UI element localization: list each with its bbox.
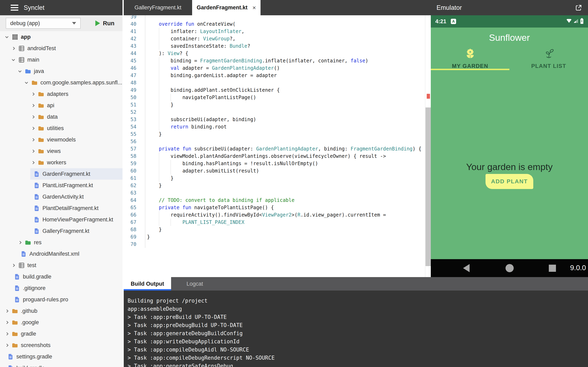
tree-item-workers[interactable]: workers <box>0 157 122 168</box>
tree-item-gradle[interactable]: gradle <box>0 328 122 340</box>
tree-item-app[interactable]: app <box>0 31 122 43</box>
source-set-icon <box>18 57 25 63</box>
run-toolbar: debug (app) Run <box>0 15 122 31</box>
tree-item-label: HomeViewPagerFragment.kt <box>43 217 113 223</box>
chevron-right-icon[interactable] <box>31 150 35 153</box>
code-line-58: 58 viewModel.plantAndGardenPlantings.obs… <box>124 152 425 160</box>
chevron-down-icon[interactable] <box>25 81 28 84</box>
chevron-down-icon[interactable] <box>18 69 22 72</box>
close-icon[interactable]: × <box>252 4 256 11</box>
code-area[interactable]: 3940 override fun onCreateView(41 inflat… <box>124 15 425 277</box>
run-button[interactable]: Run <box>95 20 114 27</box>
code-line-57: 57 private fun subscribeUi(adapter: Gard… <box>124 145 425 152</box>
tab-build-output[interactable]: Build Output <box>124 277 171 291</box>
code-line-47: 47 binding.gardenList.adapter = adapter <box>124 72 425 79</box>
tab-my-garden[interactable]: MY GARDEN <box>431 48 509 69</box>
chevron-right-icon[interactable] <box>18 241 22 244</box>
tree-item-label: screenshots <box>21 342 51 349</box>
editor-tab-galleryfragment[interactable]: GalleryFragment.kt <box>124 0 192 15</box>
line-number: 58 <box>124 152 145 160</box>
tree-item-test[interactable]: test <box>0 259 122 271</box>
folder-icon <box>25 240 31 245</box>
file-icon <box>20 251 26 257</box>
run-config-select[interactable]: debug (app) <box>6 18 81 29</box>
chevron-down-icon[interactable] <box>5 35 9 38</box>
code-line-39: 39 <box>124 15 425 20</box>
tree-item-settings-gradle[interactable]: settings.gradle <box>0 351 122 362</box>
tree-item-gardenfragment-kt[interactable]: GardenFragment.kt <box>0 168 122 180</box>
tree-item-api[interactable]: api <box>0 100 122 111</box>
tree-item-data[interactable]: data <box>0 111 122 123</box>
chevron-right-icon[interactable] <box>5 343 9 347</box>
chevron-right-icon[interactable] <box>31 127 35 130</box>
chevron-right-icon[interactable] <box>5 309 9 313</box>
tree-item-label: gradle <box>21 331 36 337</box>
tree-item-proguard-rules-pro[interactable]: proguard-rules.pro <box>0 294 122 305</box>
folder-icon <box>38 149 44 154</box>
tab-logcat[interactable]: Logcat <box>171 277 218 291</box>
chevron-right-icon[interactable] <box>31 138 35 141</box>
line-number: 63 <box>124 189 145 197</box>
tree-item-label: .google <box>21 319 39 325</box>
code-line-49: 49 binding.addPlant.setOnClickListener { <box>124 86 425 94</box>
tree-item-res[interactable]: res <box>0 237 122 248</box>
tree-item-plantlistfragment-kt[interactable]: PlantListFragment.kt <box>0 180 122 191</box>
chevron-right-icon[interactable] <box>31 115 35 118</box>
sidebar-header: Synclet <box>0 0 122 15</box>
line-number: 65 <box>124 204 145 211</box>
chevron-right-icon[interactable] <box>31 161 35 164</box>
code-line-62: 62 } <box>124 182 425 189</box>
editor-scrollbar-thumb[interactable] <box>425 108 431 266</box>
tree-item-androidtest[interactable]: androidTest <box>0 43 122 54</box>
console-line: app:assembleDebug <box>128 305 588 313</box>
open-external-icon[interactable] <box>575 4 582 11</box>
build-console[interactable]: Building project /projectapp:assembleDeb… <box>124 291 588 367</box>
console-line: > Task :app:generateDebugBuildConfig <box>128 329 588 337</box>
tree-item-androidmanifest-xml[interactable]: AndroidManifest.xml <box>0 248 122 259</box>
line-number: 40 <box>124 20 145 28</box>
chevron-right-icon[interactable] <box>31 104 35 107</box>
tree-item-main[interactable]: main <box>0 54 122 66</box>
folder-icon <box>38 114 44 119</box>
tree-item-label: build.gradle <box>16 365 45 367</box>
code-line-42: 42 container: ViewGroup?, <box>124 35 425 42</box>
tree-item-gardenactivity-kt[interactable]: GardenActivity.kt <box>0 191 122 202</box>
tree-item-utilities[interactable]: utilities <box>0 123 122 134</box>
recents-icon[interactable] <box>549 265 556 272</box>
tree-item-google[interactable]: .google <box>0 317 122 328</box>
tree-item-viewmodels[interactable]: viewmodels <box>0 134 122 145</box>
home-icon[interactable] <box>506 264 514 272</box>
tree-item-github[interactable]: .github <box>0 305 122 317</box>
tree-item-adapters[interactable]: adapters <box>0 88 122 100</box>
tree-item-homeviewpagerfragment-kt[interactable]: HomeViewPagerFragment.kt <box>0 214 122 225</box>
tree-item-java[interactable]: java <box>0 66 122 77</box>
file-icon <box>34 183 40 188</box>
tree-item-gitignore[interactable]: .gitignore <box>0 282 122 294</box>
tree-item-build-gradle[interactable]: build.gradle <box>0 362 122 367</box>
tree-item-galleryfragment-kt[interactable]: GalleryFragment.kt <box>0 225 122 237</box>
chevron-right-icon[interactable] <box>12 264 15 267</box>
chevron-down-icon[interactable] <box>12 58 15 61</box>
line-number: 46 <box>124 64 145 72</box>
tree-item-build-gradle[interactable]: build.gradle <box>0 271 122 282</box>
chevron-right-icon[interactable] <box>31 92 35 96</box>
chevron-right-icon[interactable] <box>5 332 9 335</box>
tree-item-label: settings.gradle <box>16 354 52 360</box>
hamburger-menu-icon[interactable] <box>11 5 18 11</box>
chevron-right-icon[interactable] <box>5 321 9 324</box>
tree-item-screenshots[interactable]: screenshots <box>0 340 122 351</box>
tree-item-label: GalleryFragment.kt <box>43 228 89 234</box>
tree-item-com-google-samples-apps-sunfl[interactable]: com.google.samples.apps.sunfl... <box>0 77 122 88</box>
add-plant-button[interactable]: ADD PLANT <box>485 174 533 189</box>
error-marker[interactable] <box>427 94 430 99</box>
chevron-down-icon <box>72 22 76 25</box>
code-line-67: 67 PLANT_LIST_PAGE_INDEX <box>124 218 425 226</box>
chevron-right-icon[interactable] <box>12 47 15 50</box>
tree-item-plantdetailfragment-kt[interactable]: PlantDetailFragment.kt <box>0 202 122 214</box>
file-icon <box>14 285 20 291</box>
file-icon <box>14 297 20 303</box>
tree-item-views[interactable]: views <box>0 145 122 157</box>
tab-plant-list[interactable]: PLANT LIST <box>509 48 588 69</box>
editor-tab-gardenfragment[interactable]: GardenFragment.kt × <box>192 0 260 15</box>
back-icon[interactable] <box>463 264 470 272</box>
